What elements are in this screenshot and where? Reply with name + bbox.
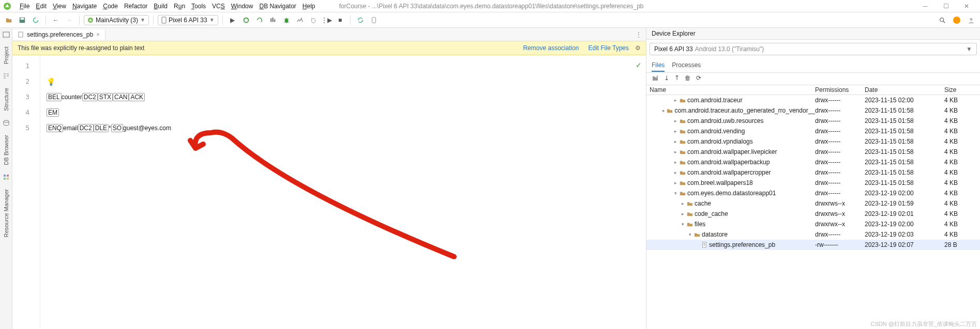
tree-twisty-icon[interactable]: ▸: [673, 129, 678, 134]
tree-row[interactable]: ▸com.android.wallpaper.livepickerdrwx---…: [646, 147, 980, 157]
edit-file-types-link[interactable]: Edit File Types: [589, 44, 629, 52]
menu-code[interactable]: Code: [100, 2, 121, 11]
resource-tab-icon[interactable]: [3, 174, 10, 181]
folder-icon: [680, 97, 686, 103]
tree-row[interactable]: ▸com.android.vendingdrwx------2023-11-15…: [646, 126, 980, 136]
tree-twisty-icon[interactable]: ▸: [673, 149, 678, 154]
tree-twisty-icon[interactable]: ▸: [680, 211, 685, 216]
editor-tab[interactable]: settings.preferences_pb ×: [12, 29, 105, 40]
tree-twisty-icon[interactable]: ▸: [680, 201, 685, 206]
menu-dbnav[interactable]: DB Navigator: [256, 2, 299, 11]
tree-twisty-icon[interactable]: ▸: [673, 98, 678, 103]
menu-help[interactable]: Help: [299, 2, 319, 11]
tree-twisty-icon[interactable]: ▸: [673, 118, 678, 123]
user-icon[interactable]: [966, 14, 977, 26]
left-tab-dbbrowser[interactable]: DB Browser: [2, 133, 10, 167]
tree-row[interactable]: ▾com.eyes.demo.datastoreapp01drwx------2…: [646, 188, 980, 198]
intention-bulb-icon[interactable]: 💡: [47, 74, 55, 89]
tab-files[interactable]: Files: [652, 59, 665, 72]
tree-row[interactable]: ▸com.android.wallpaperbackupdrwx------20…: [646, 157, 980, 167]
tree-row[interactable]: ▸code_cachedrwxrws--x2023-12-19 02:014 K…: [646, 209, 980, 219]
run-icon[interactable]: ▶: [227, 14, 238, 26]
menu-build[interactable]: Build: [150, 2, 171, 11]
debug-icon[interactable]: [281, 14, 292, 26]
coverage-icon[interactable]: [267, 14, 279, 26]
new-folder-icon[interactable]: [652, 74, 659, 83]
forward-icon[interactable]: →: [64, 14, 75, 26]
more-run-icon[interactable]: ⋮▶: [321, 14, 333, 26]
left-tab-resource[interactable]: Resource Manager: [2, 187, 10, 240]
avd-icon[interactable]: [368, 14, 380, 26]
menu-navigate[interactable]: Navigate: [69, 2, 100, 11]
tree-twisty-icon[interactable]: ▾: [680, 222, 685, 227]
project-tab-icon[interactable]: [3, 31, 10, 38]
col-size[interactable]: Size: [944, 86, 980, 93]
tree-twisty-icon[interactable]: ▸: [673, 180, 678, 185]
refresh-tree-icon[interactable]: ⟳: [696, 74, 701, 83]
delete-icon[interactable]: 🗑: [685, 74, 691, 83]
menu-tools[interactable]: Tools: [188, 2, 209, 11]
window-close[interactable]: ✕: [956, 3, 977, 10]
tree-row[interactable]: ▸cachedrwxrws--x2023-12-19 01:594 KB: [646, 198, 980, 209]
tree-row[interactable]: ▸com.android.uwb.resourcesdrwx------2023…: [646, 116, 980, 126]
ctrl-char: ACK: [129, 93, 145, 101]
tree-row[interactable]: ▸com.android.wallpapercropperdrwx------2…: [646, 167, 980, 178]
left-tab-project[interactable]: Project: [2, 44, 10, 66]
refresh-icon[interactable]: [30, 14, 41, 26]
open-icon[interactable]: [3, 14, 14, 26]
back-icon[interactable]: ←: [50, 14, 62, 26]
tree-row[interactable]: ▸com.android.traceurdrwx------2023-11-15…: [646, 95, 980, 105]
tree-twisty-icon[interactable]: ▾: [673, 191, 678, 196]
save-icon[interactable]: [17, 14, 28, 26]
download-icon[interactable]: ⤓: [664, 74, 669, 83]
window-maximize[interactable]: ☐: [936, 3, 956, 10]
gear-icon[interactable]: ⚙: [635, 44, 641, 52]
structure-tab-icon[interactable]: [3, 72, 10, 80]
code-area[interactable]: 1 2 3 4 5 ✓ 💡 BELcounterDC2STXCANACK EM: [12, 55, 646, 329]
tree-row[interactable]: ▾filesdrwxrwx--x2023-12-19 02:004 KB: [646, 219, 980, 229]
menu-refactor[interactable]: Refactor: [121, 2, 150, 11]
close-tab-icon[interactable]: ×: [96, 31, 100, 38]
tree-row[interactable]: settings.preferences_pb-rw-------2023-12…: [646, 240, 980, 250]
tree-row[interactable]: ▸com.breel.wallpapers18drwx------2023-11…: [646, 178, 980, 188]
tree-twisty-icon[interactable]: ▸: [673, 139, 678, 144]
window-minimize[interactable]: ─: [915, 3, 936, 10]
menu-window[interactable]: Window: [228, 2, 257, 11]
col-date[interactable]: Date: [865, 86, 944, 93]
tree-row[interactable]: ▸com.android.traceur.auto_generated_rro_…: [646, 105, 980, 116]
col-permissions[interactable]: Permissions: [815, 86, 865, 93]
upload-icon[interactable]: ⤒: [674, 74, 680, 83]
tree-row[interactable]: ▾datastoredrwx------2023-12-19 02:034 KB: [646, 229, 980, 240]
attach-debugger-icon[interactable]: [308, 14, 319, 26]
editor-tab-label: settings.preferences_pb: [27, 31, 93, 38]
search-icon[interactable]: [937, 14, 948, 26]
sync-icon[interactable]: [355, 14, 366, 26]
dbbrowser-tab-icon[interactable]: [3, 119, 10, 127]
apply-changes-icon[interactable]: [254, 14, 265, 26]
settings-dot-icon[interactable]: [951, 14, 962, 26]
stop-icon[interactable]: ■: [335, 14, 346, 26]
device-combo[interactable]: Pixel 6 API 33 ▼: [158, 15, 218, 25]
left-tab-structure[interactable]: Structure: [2, 86, 10, 113]
menu-vcs[interactable]: VCS: [209, 2, 228, 11]
menu-run[interactable]: Run: [171, 2, 188, 11]
tree-twisty-icon[interactable]: ▾: [687, 232, 692, 237]
debug-run-icon[interactable]: [240, 14, 252, 26]
run-config-combo[interactable]: MainActivity (3) ▼: [84, 15, 149, 25]
file-tree[interactable]: ▸com.android.traceurdrwx------2023-11-15…: [646, 95, 980, 329]
remove-association-link[interactable]: Remove association: [523, 44, 579, 52]
tab-processes[interactable]: Processes: [672, 59, 701, 71]
device-selector[interactable]: Pixel 6 API 33 Android 13.0 ("Tiramisu")…: [650, 43, 977, 55]
tree-twisty-icon[interactable]: ▸: [673, 170, 678, 175]
tree-twisty-icon[interactable]: ▸: [662, 108, 665, 113]
col-name[interactable]: Name: [650, 86, 815, 93]
tree-row[interactable]: ▸com.android.vpndialogsdrwx------2023-11…: [646, 136, 980, 147]
menu-file[interactable]: File: [17, 2, 33, 11]
code-content[interactable]: ✓ 💡 BELcounterDC2STXCANACK EM ENQemailDC…: [40, 55, 646, 329]
tree-twisty-icon[interactable]: ▸: [673, 160, 678, 165]
menu-view[interactable]: View: [50, 2, 69, 11]
tree-item-date: 2023-12-19 02:00: [865, 190, 944, 197]
menu-edit[interactable]: Edit: [33, 2, 50, 11]
editor-tab-menu[interactable]: ⋮: [631, 31, 646, 38]
profile-icon[interactable]: [294, 14, 306, 26]
